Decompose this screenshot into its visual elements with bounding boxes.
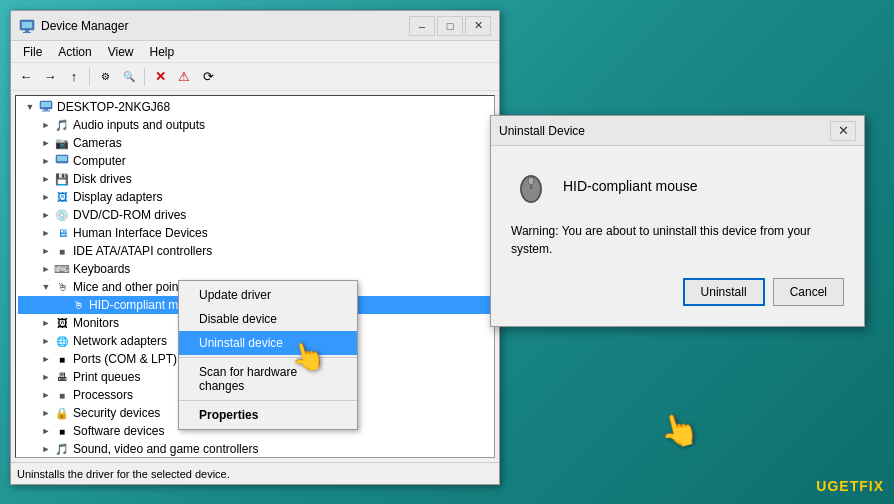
context-properties[interactable]: Properties bbox=[179, 403, 357, 427]
watermark: UGETFIX bbox=[816, 478, 884, 494]
expand-root: ▼ bbox=[22, 99, 38, 115]
window-title: Device Manager bbox=[41, 19, 409, 33]
root-label: DESKTOP-2NKGJ68 bbox=[57, 100, 170, 114]
svg-rect-7 bbox=[42, 111, 50, 112]
toolbar-sep-1 bbox=[89, 68, 90, 86]
processor-icon: ■ bbox=[54, 387, 70, 403]
expand-keyboards: ► bbox=[38, 261, 54, 277]
expand-sound: ► bbox=[38, 441, 54, 457]
expand-mice: ▼ bbox=[38, 279, 54, 295]
dialog-title: Uninstall Device bbox=[499, 124, 830, 138]
label-audio: Audio inputs and outputs bbox=[73, 118, 205, 132]
menu-bar: File Action View Help bbox=[11, 41, 499, 63]
expand-hid-mouse bbox=[54, 297, 70, 313]
context-disable-device[interactable]: Disable device bbox=[179, 307, 357, 331]
tree-item-cameras[interactable]: ► 📷 Cameras bbox=[18, 134, 492, 152]
label-hid: Human Interface Devices bbox=[73, 226, 208, 240]
computer-tree-icon bbox=[54, 153, 70, 169]
svg-rect-9 bbox=[57, 156, 67, 161]
context-menu: Update driver Disable device Uninstall d… bbox=[178, 280, 358, 430]
expand-security: ► bbox=[38, 405, 54, 421]
label-computer: Computer bbox=[73, 154, 126, 168]
tree-item-dvd[interactable]: ► 💿 DVD/CD-ROM drives bbox=[18, 206, 492, 224]
svg-rect-1 bbox=[22, 22, 32, 28]
svg-point-13 bbox=[528, 177, 534, 185]
context-scan-hardware[interactable]: Scan for hardware changes bbox=[179, 360, 357, 398]
computer-icon bbox=[38, 99, 54, 115]
tree-item-disk[interactable]: ► 💾 Disk drives bbox=[18, 170, 492, 188]
menu-action[interactable]: Action bbox=[50, 43, 99, 61]
tree-item-hid[interactable]: ► 🖥 Human Interface Devices bbox=[18, 224, 492, 242]
menu-file[interactable]: File bbox=[15, 43, 50, 61]
label-dvd: DVD/CD-ROM drives bbox=[73, 208, 186, 222]
label-display: Display adapters bbox=[73, 190, 162, 204]
close-button[interactable]: ✕ bbox=[465, 16, 491, 36]
watermark-highlight: GET bbox=[827, 478, 859, 494]
ide-icon: ■ bbox=[54, 243, 70, 259]
label-disk: Disk drives bbox=[73, 172, 132, 186]
context-sep-1 bbox=[179, 357, 357, 358]
ports-icon: ■ bbox=[54, 351, 70, 367]
security-icon: 🔒 bbox=[54, 405, 70, 421]
keyboard-icon: ⌨ bbox=[54, 261, 70, 277]
sound-icon: 🎵 bbox=[54, 441, 70, 457]
toolbar-scan[interactable]: 🔍 bbox=[118, 66, 140, 88]
tree-item-keyboards[interactable]: ► ⌨ Keyboards bbox=[18, 260, 492, 278]
disk-icon: 💾 bbox=[54, 171, 70, 187]
tree-item-sound[interactable]: ► 🎵 Sound, video and game controllers bbox=[18, 440, 492, 458]
toolbar-up[interactable]: ↑ bbox=[63, 66, 85, 88]
maximize-button[interactable]: □ bbox=[437, 16, 463, 36]
minimize-button[interactable]: – bbox=[409, 16, 435, 36]
toolbar-properties[interactable]: ⚙ bbox=[94, 66, 116, 88]
expand-display: ► bbox=[38, 189, 54, 205]
dvd-icon: 💿 bbox=[54, 207, 70, 223]
display-icon: 🖼 bbox=[54, 189, 70, 205]
tree-root[interactable]: ▼ DESKTOP-2NKGJ68 bbox=[18, 98, 492, 116]
label-security: Security devices bbox=[73, 406, 160, 420]
expand-ide: ► bbox=[38, 243, 54, 259]
context-uninstall-device[interactable]: Uninstall device bbox=[179, 331, 357, 355]
print-icon: 🖶 bbox=[54, 369, 70, 385]
expand-print: ► bbox=[38, 369, 54, 385]
menu-view[interactable]: View bbox=[100, 43, 142, 61]
toolbar: ← → ↑ ⚙ 🔍 ✕ ⚠ ⟳ bbox=[11, 63, 499, 91]
expand-disk: ► bbox=[38, 171, 54, 187]
expand-ports: ► bbox=[38, 351, 54, 367]
expand-software: ► bbox=[38, 423, 54, 439]
dialog-buttons: Uninstall Cancel bbox=[511, 278, 844, 306]
toolbar-forward[interactable]: → bbox=[39, 66, 61, 88]
svg-rect-2 bbox=[25, 30, 29, 32]
label-cameras: Cameras bbox=[73, 136, 122, 150]
label-software: Software devices bbox=[73, 424, 164, 438]
tree-item-audio[interactable]: ► 🎵 Audio inputs and outputs bbox=[18, 116, 492, 134]
network-icon: 🌐 bbox=[54, 333, 70, 349]
toolbar-add[interactable]: ⚠ bbox=[173, 66, 195, 88]
tree-item-computer[interactable]: ► Computer bbox=[18, 152, 492, 170]
expand-network: ► bbox=[38, 333, 54, 349]
tree-item-display[interactable]: ► 🖼 Display adapters bbox=[18, 188, 492, 206]
expand-dvd: ► bbox=[38, 207, 54, 223]
toolbar-refresh[interactable]: ⟳ bbox=[197, 66, 219, 88]
menu-help[interactable]: Help bbox=[142, 43, 183, 61]
label-print: Print queues bbox=[73, 370, 140, 384]
dialog-mouse-icon bbox=[511, 166, 551, 206]
context-update-driver[interactable]: Update driver bbox=[179, 283, 357, 307]
cancel-button[interactable]: Cancel bbox=[773, 278, 844, 306]
window-controls: – □ ✕ bbox=[409, 16, 491, 36]
dialog-close-button[interactable]: ✕ bbox=[830, 121, 856, 141]
audio-icon: 🎵 bbox=[54, 117, 70, 133]
dialog-device-name: HID-compliant mouse bbox=[563, 178, 698, 194]
software-icon: ■ bbox=[54, 423, 70, 439]
label-sound: Sound, video and game controllers bbox=[73, 442, 258, 456]
label-keyboards: Keyboards bbox=[73, 262, 130, 276]
toolbar-remove[interactable]: ✕ bbox=[149, 66, 171, 88]
uninstall-button[interactable]: Uninstall bbox=[683, 278, 765, 306]
expand-computer: ► bbox=[38, 153, 54, 169]
svg-rect-6 bbox=[44, 109, 48, 111]
mice-icon: 🖰 bbox=[54, 279, 70, 295]
label-network: Network adapters bbox=[73, 334, 167, 348]
toolbar-back[interactable]: ← bbox=[15, 66, 37, 88]
tree-item-ide[interactable]: ► ■ IDE ATA/ATAPI controllers bbox=[18, 242, 492, 260]
watermark-prefix: U bbox=[816, 478, 827, 494]
uninstall-dialog: Uninstall Device ✕ HID-compliant mouse W… bbox=[490, 115, 865, 327]
